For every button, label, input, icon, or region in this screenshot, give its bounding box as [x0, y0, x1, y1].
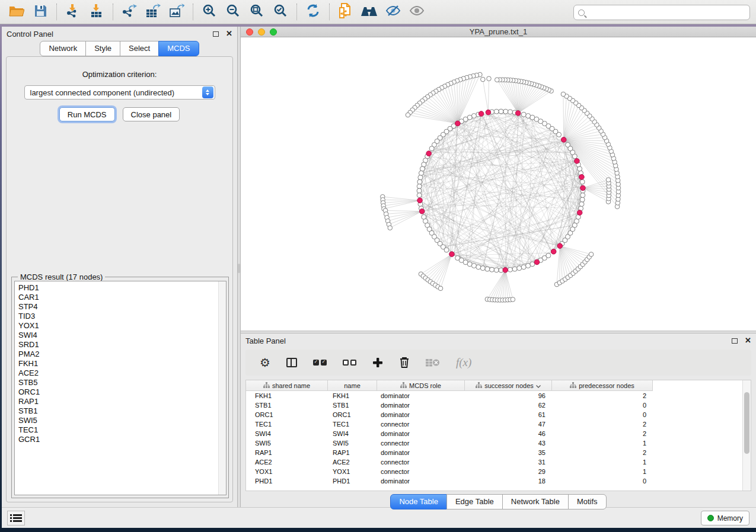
- table-tab-node-table[interactable]: Node Table: [390, 494, 447, 509]
- export-image-button[interactable]: [165, 2, 189, 22]
- network-node[interactable]: [417, 180, 422, 184]
- table-tab-motifs[interactable]: Motifs: [568, 494, 607, 509]
- network-node[interactable]: [511, 297, 515, 302]
- table-row[interactable]: SWI5SWI5connector431: [246, 438, 751, 448]
- table-row[interactable]: ORC1ORC1dominator610: [246, 410, 751, 419]
- network-node[interactable]: [579, 201, 584, 206]
- mcds-hub-node[interactable]: [479, 111, 484, 117]
- open-session-button[interactable]: [5, 2, 28, 22]
- mcds-result-item[interactable]: RAP1: [18, 397, 218, 406]
- close-panel-icon[interactable]: ✕: [745, 338, 751, 344]
- float-panel-icon[interactable]: [213, 31, 219, 37]
- fit-content-button[interactable]: [245, 2, 269, 22]
- close-panel-button[interactable]: Close panel: [123, 107, 180, 121]
- search-input[interactable]: [588, 7, 749, 18]
- mcds-result-item[interactable]: PMA2: [18, 350, 218, 359]
- mcds-hub-node[interactable]: [449, 252, 455, 257]
- mcds-result-item[interactable]: STP4: [18, 302, 218, 312]
- network-node[interactable]: [429, 146, 434, 151]
- mcds-result-item[interactable]: ACE2: [18, 368, 218, 378]
- run-mcds-button[interactable]: Run MCDS: [59, 107, 115, 121]
- mcds-result-item[interactable]: GCR1: [18, 435, 218, 444]
- network-node[interactable]: [495, 78, 499, 82]
- mcds-hub-node[interactable]: [455, 121, 461, 126]
- network-node[interactable]: [499, 109, 503, 114]
- mcds-hub-node[interactable]: [579, 174, 585, 180]
- network-node[interactable]: [406, 113, 410, 117]
- network-node[interactable]: [494, 109, 499, 114]
- close-panel-icon[interactable]: ✕: [226, 31, 232, 37]
- task-history-button[interactable]: [7, 511, 25, 525]
- mcds-result-item[interactable]: TID3: [18, 312, 218, 321]
- mcds-result-item[interactable]: YOX1: [18, 321, 218, 331]
- network-node[interactable]: [438, 286, 443, 291]
- mcds-hub-node[interactable]: [575, 159, 580, 164]
- network-node[interactable]: [420, 166, 425, 171]
- tab-select[interactable]: Select: [120, 41, 159, 56]
- deselect-all-rows-button[interactable]: [343, 360, 356, 366]
- network-view-canvas[interactable]: [241, 37, 756, 331]
- mcds-result-item[interactable]: TEC1: [18, 425, 218, 435]
- table-scrollbar-thumb[interactable]: [744, 392, 749, 454]
- mcds-list-scrollbar[interactable]: [218, 281, 226, 495]
- mcds-result-item[interactable]: SWI5: [18, 416, 218, 425]
- add-column-button[interactable]: [372, 357, 383, 368]
- mcds-hub-node[interactable]: [580, 185, 586, 191]
- tab-network[interactable]: Network: [40, 41, 86, 56]
- table-row[interactable]: FKH1FKH1dominator962: [246, 391, 751, 400]
- export-network-button[interactable]: [117, 2, 141, 22]
- column-header-shared-name[interactable]: shared name: [246, 380, 328, 391]
- network-node[interactable]: [526, 114, 531, 118]
- tab-style[interactable]: Style: [85, 41, 120, 56]
- network-node[interactable]: [490, 267, 495, 272]
- first-neighbors-button[interactable]: [358, 2, 381, 22]
- delete-column-button[interactable]: [399, 357, 410, 368]
- mcds-result-item[interactable]: SWI4: [18, 331, 218, 340]
- network-node[interactable]: [487, 76, 492, 81]
- network-node[interactable]: [471, 263, 476, 268]
- mcds-hub-node[interactable]: [486, 110, 491, 115]
- network-node[interactable]: [521, 112, 526, 117]
- column-header-MCDS-role[interactable]: MCDS role: [377, 380, 465, 391]
- network-node[interactable]: [494, 268, 499, 273]
- zoom-in-button[interactable]: [197, 2, 221, 22]
- table-row[interactable]: YOX1YOX1connector291: [246, 467, 751, 476]
- table-row[interactable]: ACE2ACE2connector311: [246, 457, 751, 467]
- network-node[interactable]: [508, 110, 512, 114]
- mcds-hub-node[interactable]: [557, 243, 563, 249]
- table-row[interactable]: STB1STB1dominator620: [246, 400, 751, 410]
- network-node[interactable]: [388, 226, 393, 230]
- zoom-out-button[interactable]: [221, 2, 245, 22]
- network-node[interactable]: [417, 184, 422, 188]
- network-node[interactable]: [589, 252, 594, 257]
- mcds-hub-node[interactable]: [515, 111, 521, 116]
- mcds-result-item[interactable]: STB5: [18, 378, 218, 387]
- mcds-result-item[interactable]: STB1: [18, 406, 218, 416]
- criterion-select[interactable]: largest connected component (undirected): [24, 85, 215, 100]
- network-node[interactable]: [517, 266, 522, 271]
- table-row[interactable]: PHD1PHD1dominator180: [246, 476, 751, 486]
- network-node[interactable]: [476, 265, 481, 270]
- import-network-button[interactable]: [61, 2, 85, 22]
- network-node[interactable]: [580, 197, 585, 202]
- table-row[interactable]: RAP1RAP1dominator352: [246, 448, 751, 457]
- memory-button[interactable]: Memory: [701, 511, 749, 525]
- share-document-button[interactable]: [334, 2, 358, 22]
- network-node[interactable]: [444, 248, 449, 252]
- network-node[interactable]: [512, 267, 517, 271]
- network-node[interactable]: [480, 266, 485, 271]
- table-tab-network-table[interactable]: Network Table: [502, 494, 569, 509]
- column-header-predecessor-nodes[interactable]: predecessor nodes: [552, 380, 653, 391]
- mcds-hub-node[interactable]: [426, 151, 432, 156]
- network-node[interactable]: [546, 253, 551, 258]
- column-header-successor-nodes[interactable]: successor nodes: [465, 380, 552, 391]
- network-node[interactable]: [606, 178, 611, 182]
- network-node[interactable]: [561, 92, 566, 97]
- network-node[interactable]: [580, 193, 585, 198]
- network-node[interactable]: [566, 142, 570, 147]
- network-node[interactable]: [508, 267, 512, 272]
- hide-selected-button[interactable]: [381, 2, 405, 22]
- save-session-button[interactable]: [28, 2, 52, 22]
- mcds-hub-node[interactable]: [417, 198, 423, 203]
- column-header-name[interactable]: name: [328, 380, 377, 391]
